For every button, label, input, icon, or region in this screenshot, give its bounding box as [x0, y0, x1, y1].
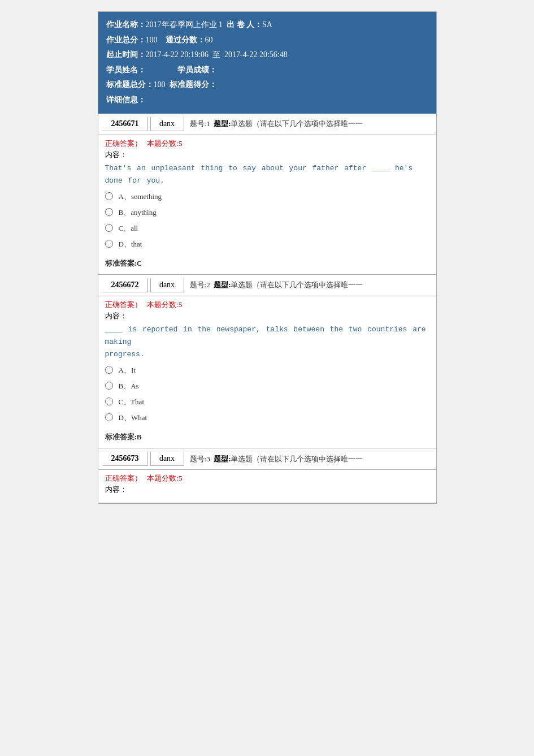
question-number-label-1: 题号:	[190, 119, 207, 128]
option-row-D1: D、that	[105, 239, 429, 249]
question-number-2: 2	[206, 280, 210, 289]
score-label-1: 本题分数:	[147, 139, 179, 148]
publisher-label: 出 卷 人：	[227, 20, 262, 29]
total-score-value: 100	[146, 36, 158, 44]
question-body-2: 正确答案） 本题分数:5 内容： ____ is reported in the…	[98, 296, 436, 448]
question-type-1: 单选题（请在以下几个选项中选择唯一一	[231, 119, 363, 128]
option-row-A1: A、something	[105, 192, 429, 202]
question-body-3: 正确答案） 本题分数:5 内容：	[98, 470, 436, 503]
standard-answer-1: 标准答案:C	[105, 255, 429, 269]
content-label-2: 内容：	[105, 311, 429, 321]
option-row-B2: B、As	[105, 381, 429, 391]
question-text-2: ____ is reported in the newspaper, talks…	[105, 323, 429, 361]
question-header-1: 2456671 danx 题号:1 题型:单选题（请在以下几个选项中选择唯一一	[98, 114, 436, 135]
option-text-A1: A、something	[119, 192, 162, 202]
question-meta-3: 题号:3 题型:单选题（请在以下几个选项中选择唯一一	[190, 454, 436, 464]
question-id-3: 2456673	[103, 452, 148, 466]
question-user-3: danx	[150, 452, 184, 466]
option-text-C1: C、all	[119, 223, 138, 234]
option-text-B1: B、anything	[119, 208, 157, 218]
correct-answer-line-2: 正确答案） 本题分数:5	[105, 300, 429, 310]
publisher-value: SA	[262, 20, 272, 29]
option-text-D1: D、that	[119, 239, 142, 249]
question-number-label-3: 题号:	[190, 455, 207, 463]
pass-score-value: 60	[205, 36, 213, 44]
score-value-2: 5	[179, 300, 183, 309]
option-text-B2: B、As	[119, 381, 139, 391]
content-label-1: 内容：	[105, 150, 429, 160]
header-row-2: 作业总分：100 通过分数：60	[106, 33, 428, 48]
option-row-B1: B、anything	[105, 208, 429, 218]
options-1: A、something B、anything C、all D、that	[105, 192, 429, 249]
option-row-D2: D、What	[105, 413, 429, 423]
question-number-3: 3	[206, 455, 210, 463]
question-meta-1: 题号:1 题型:单选题（请在以下几个选项中选择唯一一	[190, 119, 436, 129]
time-label: 起止时间：	[106, 50, 146, 59]
correct-answer-label-1: 正确答案）	[105, 139, 142, 148]
question-type-label-1: 题型:	[214, 119, 231, 128]
question-meta-2: 题号:2 题型:单选题（请在以下几个选项中选择唯一一	[190, 280, 436, 290]
score-value-1: 5	[179, 139, 183, 148]
correct-answer-line-3: 正确答案） 本题分数:5	[105, 473, 429, 483]
question-number-1: 1	[206, 119, 210, 128]
radio-C1[interactable]	[105, 224, 113, 232]
question-block-1: 2456671 danx 题号:1 题型:单选题（请在以下几个选项中选择唯一一 …	[98, 114, 436, 275]
question-block-3: 2456673 danx 题号:3 题型:单选题（请在以下几个选项中选择唯一一 …	[98, 448, 436, 503]
standard-total-label: 标准题总分：	[106, 80, 154, 89]
student-name-label: 学员姓名：	[106, 66, 146, 74]
question-body-1: 正确答案） 本题分数:5 内容： That's an unpleasant th…	[98, 135, 436, 274]
score-label-3: 本题分数:	[147, 474, 179, 482]
time-end: 2017-4-22 20:56:48	[224, 50, 288, 59]
question-user-2: danx	[150, 278, 184, 292]
question-type-label-2: 题型:	[214, 280, 231, 289]
student-score-label: 学员成绩：	[177, 66, 217, 74]
exam-header: 作业名称：2017年春季网上作业 1 出 卷 人：SA 作业总分：100 通过分…	[98, 12, 436, 114]
question-text-1: That's an unpleasant thing to say about …	[105, 162, 429, 187]
content-label-3: 内容：	[105, 485, 429, 495]
option-row-A2: A、It	[105, 365, 429, 375]
options-2: A、It B、As C、That D、What	[105, 365, 429, 423]
question-block-2: 2456672 danx 题号:2 题型:单选题（请在以下几个选项中选择唯一一 …	[98, 275, 436, 448]
standard-answer-2: 标准答案:B	[105, 429, 429, 442]
question-type-3: 单选题（请在以下几个选项中选择唯一一	[231, 455, 363, 463]
question-type-label-3: 题型:	[214, 455, 231, 463]
header-row-3: 起止时间：2017-4-22 20:19:06 至 2017-4-22 20:5…	[106, 47, 428, 63]
option-text-D2: D、What	[119, 413, 147, 423]
header-row-5: 标准题总分：100 标准题得分：	[106, 77, 428, 93]
option-row-C2: C、That	[105, 397, 429, 407]
title-label: 作业名称：	[106, 20, 146, 29]
radio-D2[interactable]	[105, 413, 113, 421]
correct-answer-line-1: 正确答案） 本题分数:5	[105, 139, 429, 149]
radio-C2[interactable]	[105, 398, 113, 405]
question-id-1: 2456671	[103, 117, 148, 131]
header-row-4: 学员姓名： 学员成绩：	[106, 63, 428, 78]
pass-score-label: 通过分数：	[166, 36, 205, 44]
radio-B1[interactable]	[105, 208, 113, 216]
correct-answer-label-2: 正确答案）	[105, 300, 142, 309]
detail-label: 详细信息：	[106, 96, 146, 104]
total-score-label: 作业总分：	[106, 36, 146, 44]
question-header-3: 2456673 danx 题号:3 题型:单选题（请在以下几个选项中选择唯一一	[98, 448, 436, 470]
question-type-2: 单选题（请在以下几个选项中选择唯一一	[231, 280, 363, 289]
radio-A1[interactable]	[105, 192, 113, 200]
option-text-C2: C、That	[119, 397, 145, 407]
header-row-6: 详细信息：	[106, 93, 428, 108]
time-to: 至	[212, 50, 220, 59]
time-start: 2017-4-22 20:19:06	[146, 50, 209, 59]
option-row-C1: C、all	[105, 223, 429, 234]
question-header-2: 2456672 danx 题号:2 题型:单选题（请在以下几个选项中选择唯一一	[98, 275, 436, 296]
title-value: 2017年春季网上作业 1	[146, 20, 223, 29]
question-id-2: 2456672	[103, 278, 148, 292]
main-container: 作业名称：2017年春季网上作业 1 出 卷 人：SA 作业总分：100 通过分…	[98, 11, 437, 504]
question-number-label-2: 题号:	[190, 280, 207, 289]
question-user-1: danx	[150, 117, 184, 131]
standard-total-value: 100	[154, 80, 166, 89]
score-label-2: 本题分数:	[147, 300, 179, 309]
correct-answer-label-3: 正确答案）	[105, 474, 142, 482]
radio-A2[interactable]	[105, 366, 113, 374]
standard-earned-label: 标准题得分：	[170, 80, 217, 89]
option-text-A2: A、It	[119, 365, 136, 375]
radio-B2[interactable]	[105, 382, 113, 390]
score-value-3: 5	[179, 474, 183, 482]
radio-D1[interactable]	[105, 240, 113, 248]
